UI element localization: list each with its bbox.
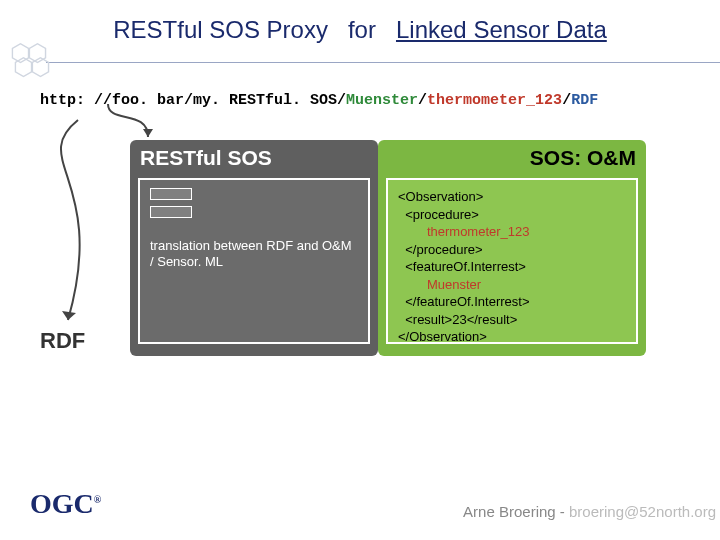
xml-line: <Observation> [398, 188, 626, 206]
restful-heading: RESTful SOS [130, 140, 378, 172]
title-part3: Linked Sensor Data [396, 16, 607, 43]
title-part1: RESTful SOS Proxy [113, 16, 328, 43]
restful-inner: translation between RDF and O&M / Sensor… [138, 178, 370, 344]
xml-line: </procedure> [398, 241, 626, 259]
slide-title: RESTful SOS Proxy for Linked Sensor Data [0, 16, 720, 44]
xml-line: </Observation> [398, 328, 626, 346]
xml-line: </featureOf.Interrest> [398, 293, 626, 311]
sos-om-box: SOS: O&M <Observation> <procedure> therm… [378, 140, 646, 356]
ogc-logo: OGC® [30, 488, 101, 520]
author-credit: Arne Broering - broering@52north.org [463, 503, 716, 520]
url-base: http: //foo. bar/my. RESTful. SOS/ [40, 92, 346, 109]
xml-line: thermometer_123 [398, 223, 626, 241]
registered-icon: ® [94, 494, 101, 505]
author-email: broering@52north.org [569, 503, 716, 520]
hexagon-ornament-icon: ⬡⬡ ⬡⬡ [10, 46, 47, 74]
url-offering: Muenster [346, 92, 418, 109]
module-bars-icon [150, 188, 192, 224]
xml-line: <featureOf.Interrest> [398, 258, 626, 276]
svg-marker-1 [62, 311, 76, 320]
rdf-output-label: RDF [40, 328, 85, 354]
url-procedure: thermometer_123 [427, 92, 562, 109]
translation-caption: translation between RDF and O&M / Sensor… [150, 238, 358, 271]
title-divider [46, 62, 720, 63]
om-inner: <Observation> <procedure> thermometer_12… [386, 178, 638, 344]
xml-line: <result>23</result> [398, 311, 626, 329]
om-heading: SOS: O&M [378, 140, 646, 172]
title-part2: for [348, 16, 376, 43]
xml-line: <procedure> [398, 206, 626, 224]
author-name: Arne Broering [463, 503, 556, 520]
url-format: RDF [571, 92, 598, 109]
xml-line: Muenster [398, 276, 626, 294]
restful-proxy-box: RESTful SOS translation between RDF and … [130, 140, 378, 356]
